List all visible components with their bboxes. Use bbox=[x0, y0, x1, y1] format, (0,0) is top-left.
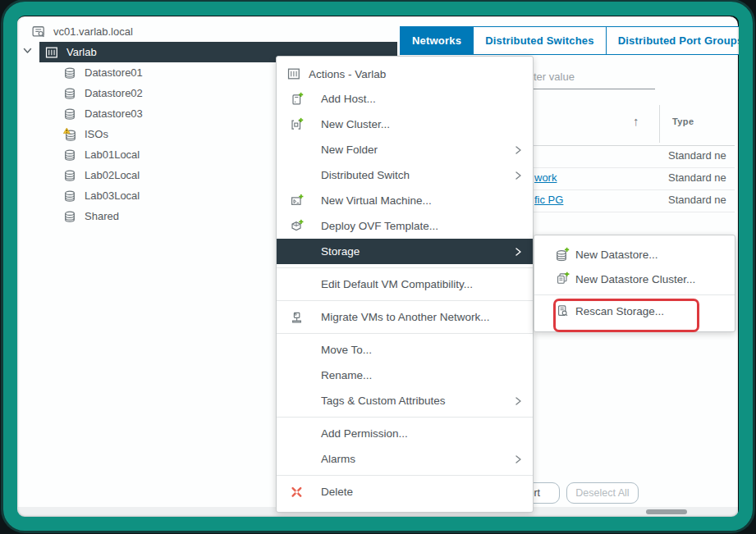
menu-item-rename[interactable]: Rename... bbox=[277, 363, 533, 388]
menu-item-label: New Virtual Machine... bbox=[321, 194, 432, 207]
tree-item-label: Datastore03 bbox=[85, 107, 143, 120]
datacenter-icon bbox=[44, 45, 59, 60]
menu-separator bbox=[277, 417, 533, 418]
menu-item-label: Distributed Switch bbox=[321, 169, 410, 181]
menu-item-label: Delete bbox=[321, 486, 353, 498]
menu-item-delete[interactable]: Delete bbox=[277, 479, 533, 504]
context-menu-title: Actions - Varlab bbox=[277, 62, 533, 86]
column-header-type[interactable]: Type bbox=[672, 116, 694, 126]
tree-item-label: Datastore02 bbox=[85, 87, 143, 99]
menu-item-label: Add Permission... bbox=[321, 427, 408, 440]
tab-label: Distributed Port Groups bbox=[618, 34, 744, 47]
datastore-icon bbox=[62, 107, 77, 121]
menu-separator bbox=[277, 333, 533, 334]
migrate-icon bbox=[290, 310, 304, 324]
menu-item-distributed-switch[interactable]: Distributed Switch bbox=[277, 162, 533, 188]
menu-item-new-cluster[interactable]: New Cluster... bbox=[277, 112, 533, 137]
menu-item-edit-default-vm-compatibility[interactable]: Edit Default VM Compatibility... bbox=[277, 272, 533, 297]
storage-submenu: New Datastore...New Datastore Cluster...… bbox=[534, 235, 735, 332]
datastore-icon bbox=[62, 209, 77, 224]
filter-field-wrap bbox=[532, 69, 653, 89]
delete-icon bbox=[290, 485, 304, 499]
tab-label: Networks bbox=[412, 34, 461, 47]
network-link[interactable]: work bbox=[534, 171, 557, 184]
datastore-icon bbox=[62, 66, 77, 80]
network-link[interactable]: fic PG bbox=[534, 194, 563, 206]
submenu-item-new-datastore[interactable]: New Datastore... bbox=[534, 242, 735, 267]
tree-item-label: Lab03Local bbox=[85, 189, 140, 202]
deploy-ovf-icon bbox=[290, 219, 304, 233]
menu-item-label: Alarms bbox=[321, 453, 355, 465]
submenu-item-label: Rescan Storage... bbox=[575, 305, 664, 317]
tree-item-label: vc01.varlab.local bbox=[53, 25, 133, 38]
new-datastore-cluster-icon bbox=[556, 272, 570, 286]
cell-type: Standard ne bbox=[668, 194, 734, 206]
tree-item-label: Datastore01 bbox=[85, 66, 143, 79]
datastore-icon bbox=[62, 189, 77, 203]
chevron-right-icon bbox=[515, 171, 522, 180]
menu-item-storage[interactable]: Storage bbox=[277, 239, 533, 264]
submenu-item-new-datastore-cluster[interactable]: New Datastore Cluster... bbox=[534, 267, 735, 291]
tab-label: Distributed Switches bbox=[485, 34, 594, 47]
menu-item-migrate-vms-to-another-network[interactable]: Migrate VMs to Another Network... bbox=[277, 304, 533, 330]
submenu-separator bbox=[534, 294, 735, 295]
chevron-right-icon bbox=[515, 396, 522, 406]
cell-type: Standard ne bbox=[668, 171, 734, 184]
menu-item-label: Rename... bbox=[321, 369, 372, 381]
datastore-icon bbox=[62, 86, 77, 101]
menu-separator bbox=[277, 475, 533, 476]
filter-input[interactable] bbox=[532, 71, 655, 89]
new-datastore-icon bbox=[556, 248, 570, 262]
menu-item-add-permission[interactable]: Add Permission... bbox=[277, 421, 533, 446]
menu-item-label: Storage bbox=[321, 245, 360, 258]
menu-item-deploy-ovf-template[interactable]: Deploy OVF Template... bbox=[277, 213, 533, 239]
submenu-item-rescan-storage[interactable]: Rescan Storage... bbox=[534, 299, 735, 323]
tab-networks[interactable]: Networks bbox=[401, 27, 473, 54]
menu-item-add-host[interactable]: Add Host... bbox=[277, 86, 533, 112]
deselect-all-button[interactable]: Deselect All bbox=[566, 482, 639, 504]
context-menu-title-label: Actions - Varlab bbox=[309, 68, 386, 80]
vsphere-client-window: vc01.varlab.localVarlabDatastore01Datast… bbox=[0, 0, 756, 534]
menu-item-label: Edit Default VM Compatibility... bbox=[321, 278, 473, 290]
menu-item-tags-custom-attributes[interactable]: Tags & Custom Attributes bbox=[277, 388, 533, 413]
menu-item-move-to[interactable]: Move To... bbox=[277, 337, 533, 363]
menu-item-alarms[interactable]: Alarms bbox=[277, 446, 533, 472]
tree-item-label: Lab02Local bbox=[85, 169, 140, 181]
tree-item-label: Varlab bbox=[66, 46, 97, 58]
tab-distributed-switches[interactable]: Distributed Switches bbox=[473, 27, 606, 54]
datastore-warning-icon bbox=[62, 127, 77, 142]
add-host-icon bbox=[290, 92, 304, 106]
datastore-icon bbox=[62, 168, 77, 183]
cell-type: Standard ne bbox=[668, 149, 734, 162]
column-divider bbox=[659, 105, 660, 143]
menu-item-label: New Cluster... bbox=[321, 118, 390, 130]
chevron-right-icon bbox=[515, 454, 522, 464]
tree-item-label: ISOs bbox=[85, 128, 108, 140]
datacenter-icon bbox=[286, 66, 301, 81]
menu-item-new-virtual-machine[interactable]: New Virtual Machine... bbox=[277, 188, 533, 213]
menu-item-label: Move To... bbox=[321, 344, 372, 356]
tab-distributed-port-groups[interactable]: Distributed Port Groups bbox=[606, 27, 755, 54]
tree-item-vcenter[interactable]: vc01.varlab.local bbox=[20, 21, 394, 42]
tab-bar: NetworksDistributed SwitchesDistributed … bbox=[400, 26, 755, 55]
new-vm-icon bbox=[290, 194, 304, 208]
actions-context-menu: Actions - Varlab Add Host...New Cluster.… bbox=[276, 56, 534, 513]
menu-separator bbox=[277, 300, 533, 301]
datastore-icon bbox=[62, 148, 77, 162]
chevron-right-icon bbox=[515, 145, 522, 155]
vcenter-icon bbox=[31, 25, 46, 39]
chevron-right-icon bbox=[515, 247, 522, 257]
menu-item-new-folder[interactable]: New Folder bbox=[277, 137, 533, 162]
menu-item-label: New Folder bbox=[321, 144, 378, 156]
tree-item-label: Lab01Local bbox=[85, 148, 140, 161]
menu-item-label: Tags & Custom Attributes bbox=[321, 395, 446, 407]
submenu-item-label: New Datastore Cluster... bbox=[575, 273, 695, 285]
rescan-storage-icon bbox=[556, 304, 570, 318]
menu-item-label: Migrate VMs to Another Network... bbox=[321, 311, 490, 323]
scrollbar-thumb[interactable] bbox=[646, 509, 687, 514]
tree-item-label: Shared bbox=[85, 210, 119, 222]
menu-item-label: Add Host... bbox=[321, 93, 376, 105]
sort-ascending-icon[interactable]: ↑ bbox=[633, 114, 639, 128]
menu-separator bbox=[277, 267, 533, 268]
submenu-item-label: New Datastore... bbox=[575, 249, 658, 261]
